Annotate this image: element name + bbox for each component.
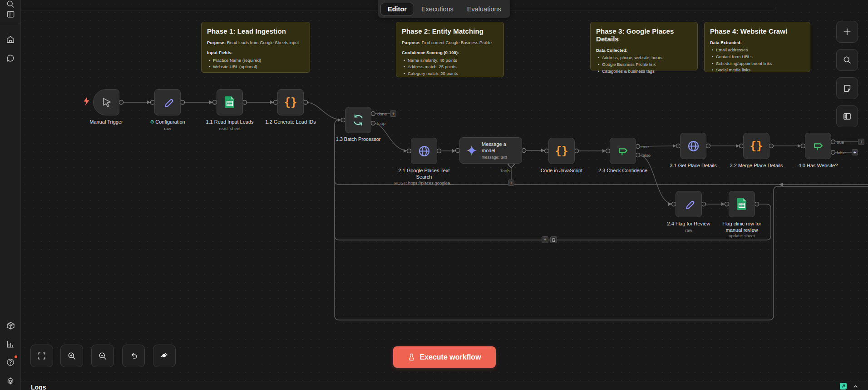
main-sidebar bbox=[0, 0, 21, 390]
node-label: 3.1 Get Place Details bbox=[659, 163, 727, 169]
settings-gear-icon[interactable] bbox=[5, 375, 16, 387]
package-icon[interactable] bbox=[5, 320, 16, 331]
undo-button[interactable] bbox=[122, 345, 145, 367]
node-check-confidence[interactable] bbox=[610, 138, 636, 164]
flask-icon bbox=[408, 353, 415, 361]
canvas-search-button[interactable] bbox=[836, 49, 858, 71]
add-node-inline-button[interactable]: + bbox=[390, 110, 396, 117]
node-label: 2.3 Check Confidence bbox=[589, 168, 657, 174]
tab-evaluations[interactable]: Evaluations bbox=[461, 3, 508, 15]
pencil-icon bbox=[683, 198, 695, 210]
search-icon bbox=[843, 55, 852, 65]
cursor-icon bbox=[100, 96, 113, 109]
port-label-false: false bbox=[837, 150, 846, 155]
google-sheets-icon bbox=[736, 198, 748, 210]
node-label: 3.2 Merge Place Details bbox=[720, 163, 793, 169]
add-node-button[interactable] bbox=[836, 21, 858, 43]
node-get-place-details[interactable] bbox=[680, 133, 706, 159]
connection bbox=[306, 102, 343, 120]
split-panel-button[interactable] bbox=[836, 105, 858, 127]
node-label: 1.1 Read Input Leads bbox=[196, 119, 264, 125]
node-label: Code in JavaScript bbox=[528, 168, 596, 174]
globe-icon bbox=[687, 140, 700, 153]
connection-add-button[interactable]: + bbox=[542, 236, 548, 243]
google-sheets-icon bbox=[224, 96, 236, 109]
home-icon[interactable] bbox=[5, 34, 16, 45]
add-node-inline-button[interactable]: + bbox=[852, 149, 858, 155]
tab-editor[interactable]: Editor bbox=[380, 3, 414, 15]
node-label: 4.0 Has Website? bbox=[784, 163, 852, 169]
view-tabbar: Editor Executions Evaluations bbox=[378, 0, 510, 18]
zoom-in-button[interactable] bbox=[60, 345, 83, 367]
execute-workflow-label: Execute workflow bbox=[419, 353, 481, 361]
node-read-input-leads[interactable] bbox=[217, 89, 243, 115]
code-braces-icon: {} bbox=[750, 140, 763, 152]
node-label: 1.3 Batch Processor bbox=[324, 136, 392, 143]
zoom-in-icon bbox=[67, 351, 76, 360]
node-has-website[interactable] bbox=[805, 133, 831, 159]
node-inner-sublabel: message: text bbox=[482, 155, 515, 160]
gemini-star-icon bbox=[466, 145, 478, 156]
node-sublabel: raw bbox=[133, 126, 202, 131]
node-manual-trigger[interactable] bbox=[93, 89, 119, 115]
trigger-bolt-icon bbox=[83, 97, 90, 107]
execute-workflow-button[interactable]: Execute workflow bbox=[393, 346, 496, 368]
connection-delete-button[interactable] bbox=[550, 236, 557, 243]
node-batch-processor[interactable] bbox=[345, 107, 371, 133]
node-generate-lead-ids[interactable]: {} bbox=[277, 89, 304, 115]
add-node-inline-button[interactable]: + bbox=[858, 139, 864, 145]
split-panel-icon bbox=[843, 112, 852, 121]
node-message-a-model[interactable]: Message a model message: text bbox=[459, 137, 522, 164]
sidebar-divider bbox=[0, 24, 21, 24]
node-flag-clinic-row[interactable] bbox=[729, 191, 755, 217]
add-tool-button[interactable]: + bbox=[508, 180, 514, 186]
node-sublabel: POST: https://places.googlea... bbox=[388, 180, 460, 185]
port-label-true: true bbox=[837, 140, 844, 145]
node-label: 1.2 Generate Lead IDs bbox=[256, 119, 325, 125]
code-braces-icon: {} bbox=[555, 145, 568, 157]
node-code-in-javascript[interactable]: {} bbox=[548, 138, 575, 164]
port-label-loop: loop bbox=[377, 121, 385, 126]
logs-popout-icon[interactable] bbox=[840, 383, 847, 390]
node-sublabel: raw bbox=[655, 228, 723, 233]
port-label-false: false bbox=[641, 153, 651, 158]
insights-chart-icon[interactable] bbox=[5, 338, 16, 350]
note-page-icon bbox=[843, 84, 852, 93]
zoom-out-button[interactable] bbox=[91, 345, 114, 367]
n8n-workflow-editor: Editor Executions Evaluations Phase 1: L… bbox=[0, 0, 868, 390]
pencil-icon bbox=[162, 96, 174, 109]
panel-toggle-icon[interactable] bbox=[5, 8, 16, 20]
node-flag-for-review[interactable] bbox=[676, 191, 702, 217]
node-label: 2.1 Google Places Text Search bbox=[395, 168, 454, 180]
port-label-tools: Tools bbox=[498, 168, 510, 173]
plus-icon bbox=[842, 27, 852, 37]
fit-view-icon bbox=[37, 351, 46, 360]
logs-panel-header[interactable]: Logs bbox=[21, 381, 868, 390]
trash-icon bbox=[552, 238, 556, 242]
tab-executions[interactable]: Executions bbox=[415, 3, 460, 15]
node-merge-place-details[interactable]: {} bbox=[743, 133, 769, 159]
tidy-up-button[interactable] bbox=[153, 345, 176, 367]
node-label: ⚙Configuration bbox=[133, 119, 202, 125]
help-icon[interactable] bbox=[5, 356, 16, 368]
fit-view-button[interactable] bbox=[30, 345, 53, 367]
if-signpost-icon bbox=[812, 140, 824, 152]
logs-title: Logs bbox=[31, 384, 46, 390]
sticky-note-button[interactable] bbox=[836, 77, 858, 99]
logs-collapse-chevron[interactable] bbox=[852, 383, 859, 390]
node-inner-title: Message a model bbox=[482, 141, 515, 154]
port-label-done: done bbox=[377, 111, 387, 116]
gear-badge-icon: ⚙ bbox=[150, 119, 154, 125]
code-braces-icon: {} bbox=[284, 96, 297, 109]
broom-icon bbox=[160, 351, 169, 360]
globe-icon bbox=[418, 145, 431, 158]
node-places-text-search[interactable] bbox=[411, 138, 437, 164]
node-configuration[interactable] bbox=[154, 89, 181, 115]
if-signpost-icon bbox=[617, 145, 629, 157]
notification-dot bbox=[15, 355, 17, 358]
port-label-true: true bbox=[641, 144, 649, 149]
node-sublabel: update: sheet bbox=[708, 233, 776, 238]
node-label: Manual Trigger bbox=[72, 119, 140, 125]
node-label: Flag clinic row for manual review bbox=[717, 221, 767, 234]
chat-icon[interactable] bbox=[5, 52, 16, 64]
